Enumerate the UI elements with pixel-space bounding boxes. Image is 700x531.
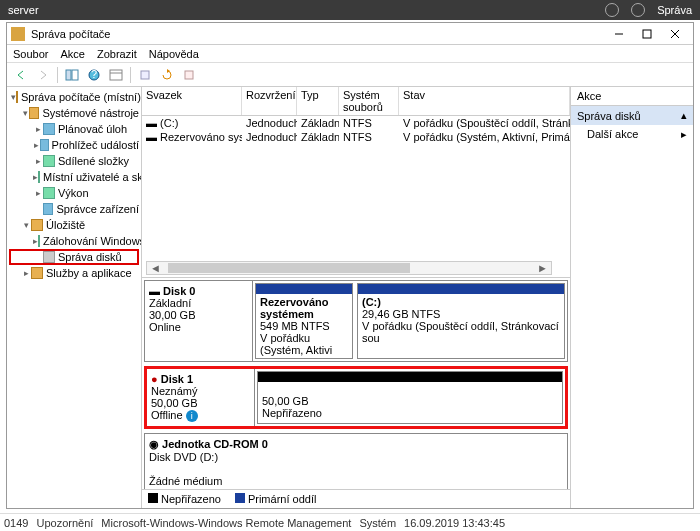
tree-storage[interactable]: ▾Úložiště [9,217,139,233]
disk-0-partition-system-reserved[interactable]: Rezervováno systémem549 MB NTFSV pořádku… [255,283,353,359]
tree-root[interactable]: ▾Správa počítače (místní) [9,89,139,105]
settings-icon[interactable] [631,3,645,17]
app-icon [11,27,25,41]
cdrom-label: ◉ Jednotka CD-ROM 0 Disk DVD (D:) Žádné … [145,434,567,489]
disk-0-label: ▬ Disk 0 Základní 30,00 GB Online [145,281,253,361]
actions-more[interactable]: Další akce▸ [571,125,693,144]
refresh-icon[interactable] [605,3,619,17]
actions-selected[interactable]: Správa disků▴ [571,106,693,125]
toolbar: ? [7,63,693,87]
forward-button[interactable] [33,65,53,85]
tree-performance[interactable]: ▸Výkon [9,185,139,201]
volume-row[interactable]: ▬ (C:) Jednoduchý Základní NTFS V pořádk… [142,116,570,130]
status-source: Microsoft-Windows-Windows Remote Managem… [101,517,351,529]
menu-view[interactable]: Zobrazit [97,48,137,60]
show-hide-tree-button[interactable] [62,65,82,85]
actions-pane: Akce Správa disků▴ Další akce▸ [571,87,693,508]
cdrom-row[interactable]: ◉ Jednotka CD-ROM 0 Disk DVD (D:) Žádné … [144,433,568,489]
mmc-window: Správa počítače Soubor Akce Zobrazit Náp… [6,22,694,509]
disk-0-row[interactable]: ▬ Disk 0 Základní 30,00 GB Online Rezerv… [144,280,568,362]
close-button[interactable] [661,25,689,43]
legend: Nepřiřazeno Primární oddíl [142,489,570,508]
status-level: Upozornění [36,517,93,529]
extra1-button[interactable] [135,65,155,85]
status-code: 0149 [4,517,28,529]
titlebar: Správa počítače [7,23,693,45]
event-status-row: 0149 Upozornění Microsoft-Windows-Window… [0,513,700,531]
menu-file[interactable]: Soubor [13,48,48,60]
svg-rect-10 [141,71,149,79]
menubar: Soubor Akce Zobrazit Nápověda [7,45,693,63]
volume-row[interactable]: ▬ Rezervováno systémem Jednoduchý Základ… [142,130,570,144]
disk-1-label: ● Disk 1 Neznámý 50,00 GB Offline i [147,369,255,426]
menu-help[interactable]: Nápověda [149,48,199,60]
minimize-button[interactable] [605,25,633,43]
back-button[interactable] [11,65,31,85]
svg-rect-4 [66,70,71,80]
refresh-button[interactable] [157,65,177,85]
maximize-button[interactable] [633,25,661,43]
svg-rect-8 [110,70,122,80]
tree-task-scheduler[interactable]: ▸Plánovač úloh [9,121,139,137]
server-title: server [8,4,39,16]
disk-1-unallocated[interactable]: 50,00 GBNepřiřazeno [257,371,563,424]
menu-action[interactable]: Akce [60,48,84,60]
view-button[interactable] [106,65,126,85]
disk-0-partition-c[interactable]: (C:)29,46 GB NTFSV pořádku (Spouštěcí od… [357,283,565,359]
window-title: Správa počítače [31,28,605,40]
submenu-icon: ▸ [681,128,687,141]
server-manage-label[interactable]: Správa [657,4,692,16]
tree-event-viewer[interactable]: ▸Prohlížeč událostí [9,137,139,153]
svg-text:?: ? [91,69,97,80]
tree-shared-folders[interactable]: ▸Sdílené složky [9,153,139,169]
help-button[interactable]: ? [84,65,104,85]
extra2-button[interactable] [179,65,199,85]
volume-header: Svazek Rozvržení Typ Systém souborů Stav [142,87,570,116]
tree-local-users[interactable]: ▸Místní uživatelé a skupi [9,169,139,185]
nav-tree[interactable]: ▾Správa počítače (místní) ▾Systémové nás… [7,87,142,508]
main-pane: Svazek Rozvržení Typ Systém souborů Stav… [142,87,571,508]
horizontal-scrollbar[interactable]: ◄► [146,261,552,275]
disk-graphical-view: ▬ Disk 0 Základní 30,00 GB Online Rezerv… [142,277,570,489]
tree-device-manager[interactable]: Správce zařízení [9,201,139,217]
svg-rect-1 [643,30,651,38]
tree-disk-management[interactable]: Správa disků [9,249,139,265]
actions-header: Akce [571,87,693,106]
disk-1-row[interactable]: ● Disk 1 Neznámý 50,00 GB Offline i 50,0… [144,366,568,429]
info-icon[interactable]: i [186,410,198,422]
svg-rect-5 [72,70,78,80]
tree-system-tools[interactable]: ▾Systémové nástroje [9,105,139,121]
volume-list[interactable]: Svazek Rozvržení Typ Systém souborů Stav… [142,87,570,277]
tree-windows-backup[interactable]: ▸Zálohování Windows Se [9,233,139,249]
collapse-icon: ▴ [681,109,687,122]
status-time: 16.09.2019 13:43:45 [404,517,505,529]
status-category: Systém [359,517,396,529]
tree-services[interactable]: ▸Služby a aplikace [9,265,139,281]
svg-rect-11 [185,71,193,79]
server-top-bar: server Správa [0,0,700,20]
